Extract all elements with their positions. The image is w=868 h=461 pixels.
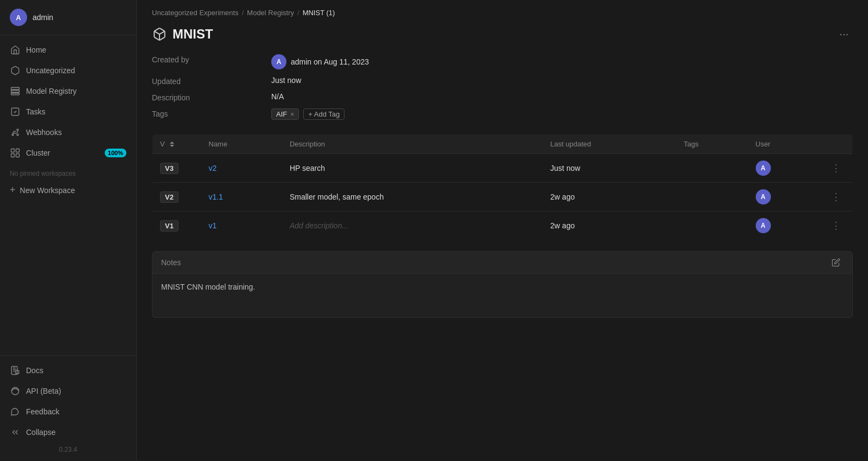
tags-value: AIF × + Add Tag [271, 108, 344, 120]
tag-remove-button[interactable]: × [290, 111, 294, 118]
page-more-button[interactable]: ··· [835, 25, 853, 42]
sidebar-nav: Home Uncategorized Model Registry [0, 35, 136, 355]
page-title: MNIST [173, 27, 213, 42]
versions-table-section: V Name Description Last updated Tags Use… [137, 134, 868, 251]
version-link[interactable]: v1.1 [209, 193, 223, 201]
sidebar-item-tasks-label: Tasks [26, 107, 46, 116]
created-by-label: Created by [152, 54, 271, 64]
webhooks-icon [10, 127, 21, 138]
row-last-updated: Just now [542, 154, 676, 183]
sidebar-item-collapse[interactable]: Collapse [0, 422, 136, 443]
breadcrumb-model-registry[interactable]: Model Registry [247, 9, 294, 17]
svg-point-4 [12, 134, 14, 136]
svg-rect-8 [16, 149, 20, 152]
sidebar-item-docs[interactable]: Docs [0, 360, 136, 381]
row-more-button[interactable]: ⋮ [828, 161, 845, 175]
updated-value: Just now [271, 76, 301, 85]
row-user: A [748, 154, 821, 183]
row-user-avatar: A [756, 218, 771, 233]
v-badge: V1 [160, 220, 178, 232]
new-workspace-label: New Workspace [20, 186, 75, 195]
breadcrumb-uncategorized[interactable]: Uncategorized Experiments [152, 9, 239, 17]
sidebar-item-api-beta[interactable]: API (Beta) [0, 381, 136, 401]
th-name: Name [201, 135, 282, 154]
uncategorized-icon [10, 65, 21, 76]
notes-section: Notes MNIST CNN model training. [152, 251, 853, 318]
sidebar-item-uncategorized[interactable]: Uncategorized [0, 60, 136, 81]
plus-icon: + [10, 184, 16, 196]
sidebar-item-webhooks[interactable]: Webhooks [0, 122, 136, 143]
meta-section: Created by A admin on Aug 11, 2023 Updat… [137, 51, 868, 134]
svg-rect-7 [11, 149, 15, 152]
sidebar-item-cluster[interactable]: Cluster 100% [0, 143, 136, 163]
breadcrumb-sep-2: / [297, 9, 299, 17]
row-user: A [748, 183, 821, 212]
th-actions [820, 135, 853, 154]
v-badge: V2 [160, 191, 178, 203]
cube-icon [152, 27, 167, 42]
row-tags [676, 212, 748, 240]
row-actions: ⋮ [820, 154, 853, 183]
row-more-button[interactable]: ⋮ [828, 219, 845, 233]
row-v: V2 [152, 183, 201, 212]
row-v: V3 [152, 154, 201, 183]
v-badge: V3 [160, 163, 178, 174]
th-v[interactable]: V [152, 135, 201, 154]
sidebar-item-feedback[interactable]: Feedback [0, 401, 136, 422]
row-actions: ⋮ [820, 212, 853, 240]
notes-header: Notes [152, 252, 852, 274]
svg-point-5 [17, 129, 18, 131]
add-tag-button[interactable]: + Add Tag [303, 108, 344, 120]
user-avatar: A [10, 9, 27, 26]
feedback-icon [10, 406, 21, 417]
creator-avatar: A [271, 54, 286, 69]
row-name[interactable]: v2 [201, 154, 282, 183]
table-row: V3 v2 HP search Just now A ⋮ [152, 154, 853, 183]
sidebar-item-docs-label: Docs [26, 366, 43, 375]
collapse-icon [10, 427, 21, 438]
breadcrumb: Uncategorized Experiments / Model Regist… [137, 0, 868, 21]
row-v: V1 [152, 212, 201, 240]
sidebar-item-home[interactable]: Home [0, 40, 136, 60]
new-workspace-button[interactable]: + New Workspace [0, 180, 136, 201]
svg-rect-9 [11, 154, 15, 157]
row-last-updated: 2w ago [542, 183, 676, 212]
svg-rect-0 [11, 87, 20, 89]
username-label: admin [33, 13, 53, 22]
description-label: Description [152, 92, 271, 102]
sidebar: A admin Home Uncategorized [0, 0, 137, 461]
sidebar-item-tasks[interactable]: Tasks [0, 101, 136, 122]
description-row: Description N/A [152, 89, 853, 105]
cluster-icon [10, 148, 21, 158]
row-more-button[interactable]: ⋮ [828, 190, 845, 204]
row-last-updated: 2w ago [542, 212, 676, 240]
sidebar-item-model-registry[interactable]: Model Registry [0, 81, 136, 101]
row-description: Smaller model, same epoch [282, 183, 542, 212]
user-section[interactable]: A admin [0, 0, 136, 35]
cluster-badge: 100% [105, 149, 126, 157]
table-row: V2 v1.1 Smaller model, same epoch 2w ago… [152, 183, 853, 212]
svg-rect-2 [11, 93, 20, 95]
sidebar-item-feedback-label: Feedback [26, 407, 59, 416]
workspaces-section-label: No pinned workspaces [0, 163, 136, 180]
updated-label: Updated [152, 76, 271, 86]
table-header-row: V Name Description Last updated Tags Use… [152, 135, 853, 154]
api-icon [10, 386, 21, 396]
row-description-placeholder[interactable]: Add description... [282, 212, 542, 240]
description-placeholder: Add description... [290, 221, 348, 230]
version-link[interactable]: v2 [209, 164, 217, 172]
main-content: Uncategorized Experiments / Model Regist… [137, 0, 868, 461]
tags-row: Tags AIF × + Add Tag [152, 105, 853, 123]
svg-rect-10 [16, 154, 20, 157]
row-tags [676, 183, 748, 212]
updated-row: Updated Just now [152, 73, 853, 89]
sidebar-item-cluster-label: Cluster [26, 149, 50, 157]
version-link[interactable]: v1 [209, 221, 217, 230]
row-description: HP search [282, 154, 542, 183]
tag-chip-aif: AIF × [271, 108, 299, 120]
row-name[interactable]: v1.1 [201, 183, 282, 212]
model-registry-icon [10, 86, 21, 97]
row-name[interactable]: v1 [201, 212, 282, 240]
notes-edit-button[interactable] [828, 257, 844, 268]
sidebar-item-api-label: API (Beta) [26, 387, 61, 395]
